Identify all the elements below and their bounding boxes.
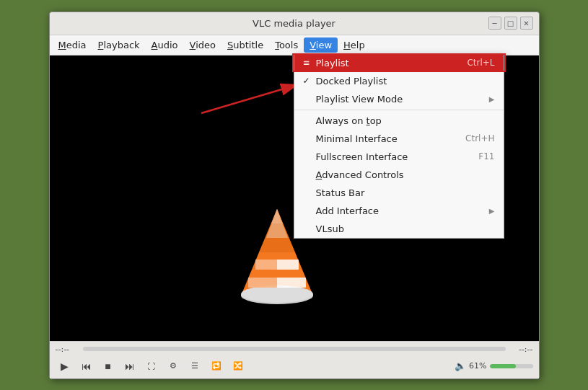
menu-item-advanced-controls[interactable]: Advanced Controls bbox=[294, 166, 504, 184]
menu-item-playlist[interactable]: ≡ Playlist Ctrl+L bbox=[294, 54, 504, 72]
volume-icon: 🔈 bbox=[455, 360, 466, 371]
time-end: --:-- bbox=[510, 345, 533, 354]
menu-view[interactable]: View bbox=[304, 37, 338, 53]
minimize-button[interactable]: ─ bbox=[488, 17, 501, 30]
menu-audio[interactable]: Audio bbox=[146, 37, 184, 53]
menu-media[interactable]: Media bbox=[53, 37, 92, 53]
menu-subtitle[interactable]: Subtitle bbox=[221, 37, 269, 53]
svg-line-1 bbox=[201, 84, 299, 113]
svg-rect-11 bbox=[248, 278, 277, 288]
shortcut-label: Ctrl+H bbox=[465, 133, 494, 143]
volume-section: 🔈 61% bbox=[455, 360, 532, 371]
main-window: VLC media player ─ □ ✕ Media Playback Au… bbox=[49, 12, 540, 379]
next-button[interactable]: ⏭ bbox=[120, 357, 139, 376]
submenu-arrow-icon: ▶ bbox=[489, 95, 495, 103]
menu-item-docked-playlist[interactable]: ✓ Docked Playlist bbox=[294, 72, 504, 90]
check-icon: ≡ bbox=[303, 58, 315, 68]
item-label: Playlist bbox=[316, 58, 462, 68]
item-label: Minimal Interface bbox=[316, 133, 460, 144]
menu-item-playlist-view-mode[interactable]: Playlist View Mode ▶ bbox=[294, 90, 504, 108]
titlebar-buttons: ─ □ ✕ bbox=[488, 17, 533, 30]
stop-button[interactable]: ■ bbox=[99, 357, 118, 376]
menu-item-always-on-top[interactable]: Always on top bbox=[294, 112, 504, 130]
window-title: VLC media player bbox=[253, 18, 335, 29]
submenu-arrow-icon: ▶ bbox=[489, 207, 495, 215]
item-label: Fullscreen Interface bbox=[316, 151, 473, 162]
menu-video[interactable]: Video bbox=[184, 37, 221, 53]
svg-marker-5 bbox=[259, 209, 295, 252]
svg-rect-10 bbox=[255, 260, 277, 270]
extended-button[interactable]: ⚙ bbox=[164, 357, 183, 376]
svg-point-7 bbox=[241, 285, 313, 303]
prev-button[interactable]: ⏮ bbox=[77, 357, 96, 376]
shortcut-label: Ctrl+L bbox=[467, 58, 494, 68]
arrow-indicator bbox=[194, 77, 310, 123]
buttons-row: ▶ ⏮ ■ ⏭ ⛶ ⚙ ☰ 🔁 🔀 🔈 61% bbox=[56, 357, 533, 376]
item-label: Status Bar bbox=[316, 187, 495, 198]
volume-bar[interactable] bbox=[490, 364, 533, 368]
progress-row: --:-- --:-- bbox=[56, 345, 533, 354]
menu-tools[interactable]: Tools bbox=[269, 37, 304, 53]
item-label: Docked Playlist bbox=[316, 76, 495, 87]
item-label: Add Interface bbox=[316, 205, 489, 216]
item-label: Advanced Controls bbox=[316, 169, 495, 180]
loop-button[interactable]: 🔁 bbox=[207, 357, 226, 376]
time-start: --:-- bbox=[56, 345, 79, 354]
maximize-button[interactable]: □ bbox=[504, 17, 517, 30]
controls-bar: --:-- --:-- ▶ ⏮ ■ ⏭ ⛶ ⚙ ☰ 🔁 🔀 🔈 61% bbox=[50, 341, 539, 378]
menu-item-minimal-interface[interactable]: Minimal Interface Ctrl+H bbox=[294, 130, 504, 148]
menu-item-fullscreen-interface[interactable]: Fullscreen Interface F11 bbox=[294, 148, 504, 166]
menu-item-status-bar[interactable]: Status Bar bbox=[294, 184, 504, 202]
volume-percent: 61% bbox=[469, 361, 486, 371]
close-button[interactable]: ✕ bbox=[520, 17, 533, 30]
view-dropdown-menu: ≡ Playlist Ctrl+L ✓ Docked Playlist Play… bbox=[294, 53, 504, 239]
separator bbox=[294, 110, 504, 110]
volume-fill bbox=[490, 364, 517, 368]
item-label: Playlist View Mode bbox=[316, 94, 489, 105]
check-icon: ✓ bbox=[303, 76, 315, 86]
playlist-button[interactable]: ☰ bbox=[185, 357, 204, 376]
menu-item-add-interface[interactable]: Add Interface ▶ bbox=[294, 202, 504, 220]
menubar: Media Playback Audio Video Subtitle Tool… bbox=[50, 35, 539, 56]
shortcut-label: F11 bbox=[478, 151, 494, 161]
random-button[interactable]: 🔀 bbox=[229, 357, 247, 376]
progress-bar[interactable] bbox=[83, 347, 506, 351]
menu-playback[interactable]: Playback bbox=[92, 37, 146, 53]
titlebar: VLC media player ─ □ ✕ bbox=[50, 12, 539, 35]
menu-help[interactable]: Help bbox=[338, 37, 371, 53]
item-label: VLsub bbox=[316, 223, 495, 234]
item-label: Always on top bbox=[316, 115, 495, 126]
fullscreen-button[interactable]: ⛶ bbox=[142, 357, 161, 376]
play-button[interactable]: ▶ bbox=[56, 357, 74, 376]
menu-item-vlsub[interactable]: VLsub bbox=[294, 220, 504, 238]
